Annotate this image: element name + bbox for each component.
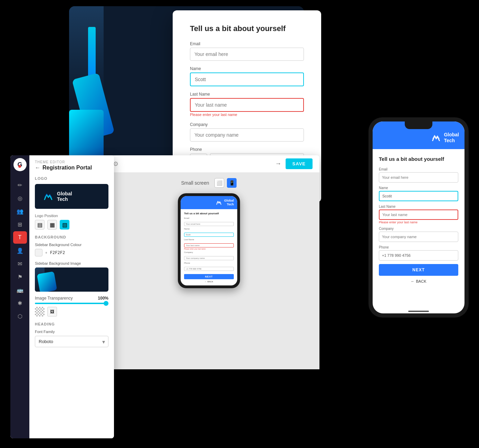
mini-company-label: Company: [184, 251, 234, 253]
name-field-group: Name: [190, 66, 304, 86]
heading-section-label: HEADING: [35, 322, 108, 326]
logo-pos-left[interactable]: ▤: [35, 220, 45, 230]
sidebar-icon-mail[interactable]: ✉: [13, 257, 27, 270]
mini-form-content: Tell us a bit about yourself Email Name …: [181, 209, 237, 285]
mini-name-label: Name: [184, 228, 234, 230]
mini-lastname-input[interactable]: [184, 243, 234, 247]
lp-lastname-error: Please enter your last name: [379, 221, 458, 224]
large-phone-logo-icon: [431, 133, 441, 143]
lp-company-label: Company: [379, 227, 458, 231]
phone-label: Phone: [190, 147, 304, 152]
sidebar-icon-text[interactable]: T: [13, 231, 27, 244]
screen-icons: ⬜ 📱: [214, 178, 237, 188]
sidebar-icon-location[interactable]: ◎: [13, 192, 27, 204]
mini-back-arrow: ←: [205, 281, 207, 283]
large-phone-mockup: Global Tech Tell us a bit about yourself…: [368, 117, 469, 318]
editor-logo-text: Global Tech: [57, 191, 72, 202]
mini-form-title: Tell us a bit about yourself: [184, 212, 234, 215]
color-row: + F2F2F2: [35, 249, 108, 256]
email-input[interactable]: [190, 48, 304, 61]
logo-section-label: LOGO: [35, 176, 108, 181]
company-field-group: Company: [190, 122, 304, 142]
mini-logo-text: Global Tech: [224, 199, 234, 206]
email-label: Email: [190, 41, 304, 46]
sidebar-icon-grid[interactable]: ⊞: [13, 218, 27, 231]
logo-position-row: ▤ ▦ ▧: [35, 220, 108, 230]
lp-next-button[interactable]: NEXT: [379, 264, 458, 276]
lastname-label: Last Name: [190, 92, 304, 97]
name-label: Name: [190, 66, 304, 71]
company-input[interactable]: [190, 128, 304, 142]
slider-fill: [35, 303, 108, 304]
mini-back-button[interactable]: ← BACK: [184, 281, 234, 283]
app-logo-dot: [18, 165, 21, 168]
transparency-value: 100%: [98, 296, 108, 301]
editor-breadcrumb: THEME EDITOR: [35, 160, 108, 164]
large-phone-form: Tell us a bit about yourself Email Name …: [373, 149, 464, 290]
sidebar-icon-cog[interactable]: ✱: [13, 297, 27, 309]
preview-panel: ? ⚙ → SAVE Small screen ⬜ 📱: [98, 155, 319, 369]
lp-name-label: Name: [379, 186, 458, 190]
lp-back-arrow-icon: ←: [411, 279, 415, 283]
lastname-error: Please enter your last name: [190, 113, 304, 117]
toolbar-right: → SAVE: [275, 158, 313, 169]
preview-content: Small screen ⬜ 📱 Global Tech: [98, 173, 319, 369]
sidebar-icon-truck[interactable]: 🚌: [13, 284, 27, 296]
transparency-slider[interactable]: [35, 303, 108, 304]
logo-preview-box: Global Tech: [35, 184, 108, 209]
mini-name-input[interactable]: [184, 233, 234, 237]
color-swatch[interactable]: [35, 249, 42, 256]
lp-email-input[interactable]: [379, 172, 458, 183]
publish-arrow-icon[interactable]: →: [275, 160, 281, 167]
blue-accent-3: [69, 110, 104, 162]
sidebar-icon-edit[interactable]: ✏: [13, 179, 27, 191]
mini-phone-label: Phone: [184, 262, 234, 264]
transparency-row: Image Transparency 100%: [35, 296, 108, 301]
editor-logo-icon: [43, 191, 54, 202]
logo-pos-right[interactable]: ▧: [60, 220, 69, 230]
app-logo[interactable]: G: [13, 158, 27, 171]
large-phone-inner: Global Tech Tell us a bit about yourself…: [373, 121, 464, 313]
mini-phone-input[interactable]: [184, 267, 234, 271]
lastname-field-group: Last Name Please enter your last name: [190, 92, 304, 117]
preview-toolbar: ? ⚙ → SAVE: [98, 155, 319, 173]
font-select-wrapper: Roboto Arial Open Sans: [35, 336, 108, 347]
mini-lastname-label: Last Name: [184, 238, 234, 241]
editor-main-content: THEME EDITOR ← Registration Portal LOGO …: [29, 155, 114, 438]
company-label: Company: [190, 122, 304, 127]
save-button[interactable]: SAVE: [286, 158, 313, 169]
sidebar-icon-flag[interactable]: ⚑: [13, 271, 27, 283]
lp-company-input[interactable]: [379, 232, 458, 242]
large-phone-title: Tell us a bit about yourself: [379, 156, 458, 162]
screen-size-bar: Small screen ⬜ 📱: [181, 178, 237, 188]
lp-lastname-input[interactable]: [379, 210, 458, 220]
lastname-input[interactable]: [190, 98, 304, 112]
sidebar-icon-shield[interactable]: ⬡: [13, 310, 27, 322]
mini-email-input[interactable]: [184, 222, 234, 226]
lp-phone-input[interactable]: [379, 250, 458, 261]
phone-home-indicator: [408, 311, 429, 312]
mobile-view-btn[interactable]: 📱: [227, 178, 237, 188]
logo-pos-center[interactable]: ▦: [47, 220, 57, 230]
bg-preview-blob: [37, 271, 57, 292]
lp-back-button[interactable]: ← BACK: [379, 279, 458, 283]
desktop-view-btn[interactable]: ⬜: [214, 178, 224, 188]
lp-phone-label: Phone: [379, 245, 458, 249]
mini-next-button[interactable]: NEXT: [184, 274, 234, 279]
image-controls-row: 🖼: [35, 307, 108, 316]
sidebar-icon-contact[interactable]: 👤: [13, 244, 27, 257]
mini-company-input[interactable]: [184, 256, 234, 260]
lp-name-input[interactable]: [379, 191, 458, 201]
mini-lastname-error: Please enter your last name: [184, 248, 234, 250]
sidebar-bg-color-label: Sidebar Background Colour: [35, 243, 108, 247]
image-upload-btn[interactable]: 🖼: [47, 307, 57, 316]
large-phone-logo-text: Global Tech: [444, 132, 459, 144]
name-input[interactable]: [190, 72, 304, 86]
editor-back-arrow[interactable]: ←: [35, 165, 40, 171]
font-family-select[interactable]: Roboto Arial Open Sans: [35, 336, 108, 347]
screen-size-label: Small screen: [181, 180, 209, 186]
sidebar-icon-users[interactable]: 👥: [13, 205, 27, 217]
slider-thumb[interactable]: [104, 301, 108, 306]
editor-title-row: ← Registration Portal: [35, 165, 108, 171]
bg-section-label: BACKGROUND: [35, 235, 108, 239]
